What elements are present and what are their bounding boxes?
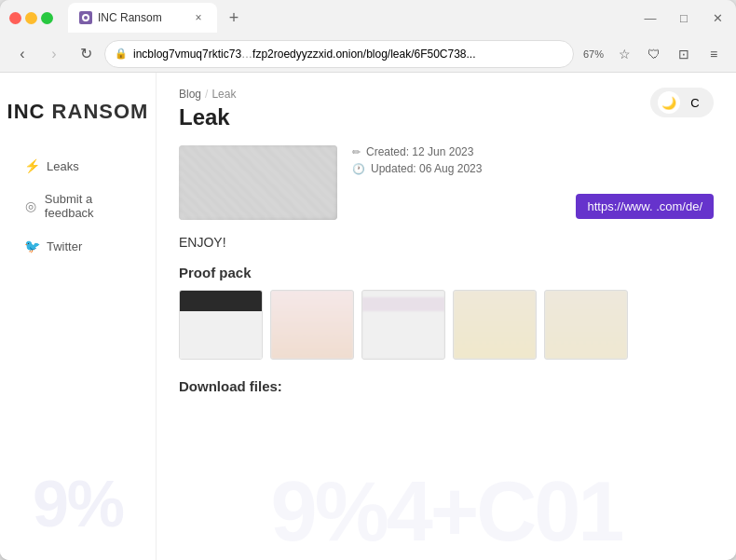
active-tab[interactable]: INC Ransom × <box>68 3 217 33</box>
forward-button[interactable]: › <box>41 41 67 67</box>
sidebar-item-twitter[interactable]: 🐦 Twitter <box>15 231 141 261</box>
logo-ransom: RANSOM <box>52 100 149 123</box>
breadcrumb: Blog / Leak <box>179 88 714 101</box>
close-icon[interactable]: ✕ <box>708 11 727 25</box>
page-title: Leak <box>179 104 714 130</box>
feedback-icon: ◎ <box>24 198 37 213</box>
breadcrumb-blog[interactable]: Blog <box>179 88 201 101</box>
sidebar-leaks-label: Leaks <box>47 159 79 173</box>
sidebar-item-leaks[interactable]: ⚡ Leaks <box>15 151 141 181</box>
maximize-window-button[interactable] <box>41 12 53 24</box>
proof-image-2[interactable] <box>270 290 354 360</box>
proof-image-3[interactable] <box>361 290 445 360</box>
breadcrumb-current: Leak <box>211 88 236 101</box>
created-icon: ✏ <box>352 146 361 158</box>
address-bar[interactable]: 🔒 incblog7vmuq7rktic73…fzp2roedyyzzxid.o… <box>104 40 574 68</box>
tab-bar: INC Ransom × + <box>68 3 634 33</box>
lock-icon: 🔒 <box>115 48 128 60</box>
logo-inc: INC <box>7 100 46 123</box>
victim-info: ✏ Created: 12 Jun 2023 🕐 Updated: 06 Aug… <box>352 145 714 219</box>
breadcrumb-separator: / <box>205 88 208 101</box>
enjoy-text: ENJOY! <box>179 235 714 250</box>
proof-images <box>179 290 714 360</box>
address-path: fzp2roedyyzzxid.onion/blog/leak/6F50C738… <box>252 48 475 61</box>
minimize-icon[interactable]: — <box>641 11 660 25</box>
leak-header-area: ✏ Created: 12 Jun 2023 🕐 Updated: 06 Aug… <box>179 145 714 220</box>
sidebar-logo: INC RANSOM <box>7 101 149 123</box>
window-buttons <box>9 12 53 24</box>
new-tab-button[interactable]: + <box>221 5 247 31</box>
proof-image-4[interactable] <box>453 290 537 360</box>
doc-image-2 <box>271 291 353 359</box>
cast-button[interactable]: ⊡ <box>671 41 697 67</box>
doc-image-1 <box>180 291 262 359</box>
victim-url-bar[interactable]: https://www. .com/de/ <box>576 194 714 219</box>
back-button[interactable]: ‹ <box>9 41 35 67</box>
menu-button[interactable]: ≡ <box>701 41 727 67</box>
star-button[interactable]: ☆ <box>611 41 637 67</box>
maximize-icon[interactable]: □ <box>675 11 693 25</box>
nav-bar: ‹ › ↻ 🔒 incblog7vmuq7rktic73…fzp2roedyyz… <box>0 35 736 73</box>
close-window-button[interactable] <box>9 12 21 24</box>
title-bar: INC Ransom × + — □ ✕ <box>0 0 736 35</box>
minimize-window-button[interactable] <box>25 12 37 24</box>
main-content: 🌙 C Blog / Leak Leak ✏ <box>157 73 736 560</box>
shield-button[interactable]: 🛡 <box>641 41 667 67</box>
reload-button[interactable]: ↻ <box>73 41 99 67</box>
address-dim: … <box>241 48 252 61</box>
doc-image-3 <box>362 291 444 359</box>
twitter-icon: 🐦 <box>24 239 39 253</box>
download-title: Download files: <box>179 378 714 394</box>
nav-icons: 67% ☆ 🛡 ⊡ ≡ <box>579 41 727 67</box>
updated-icon: 🕐 <box>352 163 365 175</box>
tab-title: INC Ransom <box>98 11 185 24</box>
victim-image-blur <box>179 145 337 220</box>
leaks-icon: ⚡ <box>24 158 39 173</box>
address-highlight: incblog7vmuq7rktic73 <box>133 48 241 61</box>
logo-text: INC RANSOM <box>7 101 149 123</box>
browser-window: INC Ransom × + — □ ✕ ‹ › ↻ 🔒 incblog7vmu… <box>0 0 736 560</box>
created-row: ✏ Created: 12 Jun 2023 <box>352 145 714 158</box>
created-label: Created: 12 Jun 2023 <box>366 145 473 158</box>
doc-image-5 <box>545 291 627 359</box>
sidebar-item-feedback[interactable]: ◎ Submit a feedback <box>15 184 141 227</box>
proof-image-5[interactable] <box>544 290 628 360</box>
dark-mode-button[interactable]: 🌙 <box>658 91 680 114</box>
proof-title: Proof pack <box>179 265 714 280</box>
sidebar-nav: ⚡ Leaks ◎ Submit a feedback 🐦 Twitter <box>0 151 156 261</box>
theme-toggle: 🌙 C <box>650 88 714 117</box>
favicon-icon <box>82 14 89 21</box>
window-controls: — □ ✕ <box>641 11 727 25</box>
proof-section: Proof pack <box>179 265 714 360</box>
sidebar-watermark: 9% <box>33 467 123 541</box>
victim-image <box>179 145 337 220</box>
sidebar: INC RANSOM ⚡ Leaks ◎ Submit a feedback 🐦… <box>0 73 157 560</box>
zoom-level[interactable]: 67% <box>579 47 607 61</box>
updated-row: 🕐 Updated: 06 Aug 2023 <box>352 162 714 175</box>
address-text: incblog7vmuq7rktic73…fzp2roedyyzzxid.oni… <box>133 48 564 61</box>
sidebar-twitter-label: Twitter <box>47 239 82 253</box>
updated-label: Updated: 06 Aug 2023 <box>371 162 482 175</box>
main-watermark: 9%4+C01 <box>271 464 622 560</box>
page-content: INC RANSOM ⚡ Leaks ◎ Submit a feedback 🐦… <box>0 73 736 560</box>
tab-close-button[interactable]: × <box>191 10 206 25</box>
light-mode-button[interactable]: C <box>684 91 706 114</box>
tab-favicon <box>79 11 92 24</box>
proof-image-1[interactable] <box>179 290 263 360</box>
sidebar-feedback-label: Submit a feedback <box>45 192 131 220</box>
doc-image-4 <box>454 291 536 359</box>
leak-meta: ✏ Created: 12 Jun 2023 🕐 Updated: 06 Aug… <box>352 145 714 175</box>
download-section: Download files: <box>179 378 714 394</box>
